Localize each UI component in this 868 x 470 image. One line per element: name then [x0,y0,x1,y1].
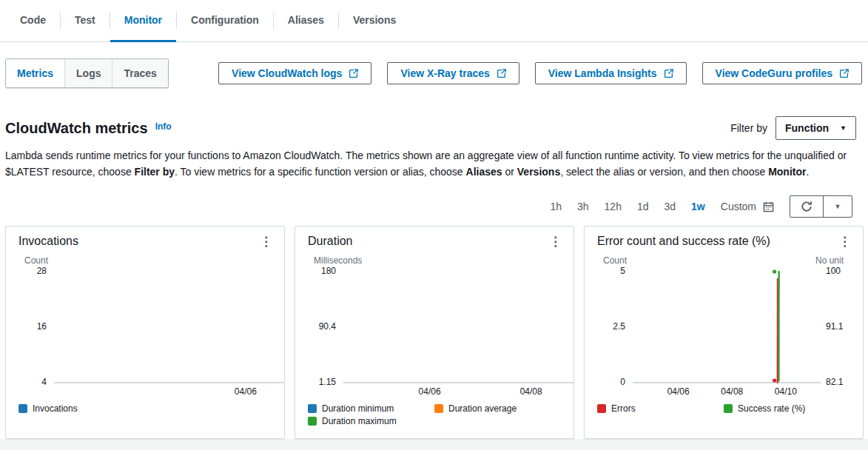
refresh-options-dropdown-button[interactable]: ▼ [823,195,852,218]
monitor-subheader: MetricsLogsTraces View CloudWatch logsVi… [5,58,862,88]
chart-title: Duration [308,235,352,248]
legend-item-duration-average[interactable]: Duration average [434,402,561,414]
chart-card-error-count-and-success-rate: Error count and success rate (%)⋮CountNo… [584,226,864,439]
description-bold-term: Aliases [466,166,502,178]
legend-color-swatch [597,404,606,413]
button-label: View X-Ray traces [400,67,489,79]
description-text: Lambda sends runtime metrics for your fu… [5,147,849,180]
legend-label: Duration minimum [322,403,394,414]
metrics-header: CloudWatch metrics Info Filter by Functi… [5,116,856,140]
page-title: CloudWatch metrics [5,120,148,137]
description-segment: or [502,166,517,178]
tab-versions[interactable]: Versions [339,0,410,42]
y-tick-label: 28 [13,266,47,276]
tab-configuration[interactable]: Configuration [177,0,273,42]
x-tick-label: 04/06 [222,386,269,397]
y-tick-label: 5 [591,266,625,276]
time-range-bar: 1h3h12h1d3d1w Custom ▼ [5,195,852,218]
subtab-traces[interactable]: Traces [112,59,167,87]
time-range-1w[interactable]: 1w [691,201,705,212]
subtab-metrics[interactable]: Metrics [6,59,65,87]
filter-group: Filter by Function ▼ [730,116,856,140]
refresh-button[interactable] [790,195,824,218]
sub-tabs: MetricsLogsTraces [5,58,169,88]
view-x-ray-traces-button[interactable]: View X-Ray traces [387,62,519,84]
chart-plot: 2816404/0604/0804/10 [13,261,277,399]
view-cloudwatch-logs-button[interactable]: View CloudWatch logs [218,62,371,84]
description-bold-term: Filter by [135,166,175,178]
description-bold-term: Versions [517,166,560,178]
time-range-1h[interactable]: 1h [550,201,562,212]
right-y-tick-label: 100 [826,266,841,276]
right-y-tick-label: 91.1 [826,321,843,332]
y-axis-label: Milliseconds [314,255,362,261]
external-action-buttons: View CloudWatch logsView X-Ray tracesVie… [218,62,862,84]
legend-item-duration-maximum[interactable]: Duration maximum [308,414,434,427]
legend-item-success-rate[interactable]: Success rate (%) [724,402,850,414]
chart-title: Error count and success rate (%) [597,235,770,248]
info-link[interactable]: Info [155,121,172,132]
x-tick-label: 04/06 [406,386,454,397]
x-tick-label: 04/10 [762,386,810,397]
chart-canvas [13,261,285,399]
y-tick-label: 180 [302,266,336,276]
tab-monitor[interactable]: Monitor [110,0,176,42]
legend-label: Duration maximum [322,416,397,426]
refresh-icon [801,201,813,212]
external-link-icon [497,69,506,78]
y-axis-label: Count [603,255,627,261]
legend-color-swatch [724,404,733,413]
time-range-3h[interactable]: 3h [577,201,589,212]
time-range-3d[interactable]: 3d [665,201,676,212]
subtab-logs[interactable]: Logs [65,59,112,87]
x-tick-label: 04/08 [508,386,555,397]
description-segment: . To view metrics for a specific functio… [175,166,465,178]
x-tick-label: 04/06 [655,386,702,397]
legend-color-swatch [308,417,317,426]
main-tabs: CodeTestMonitorConfigurationAliasesVersi… [0,0,868,42]
description-segment: , select the alias or version, and then … [560,166,768,178]
external-link-icon [349,69,358,78]
time-range-12h[interactable]: 12h [605,201,622,212]
time-range-1d[interactable]: 1d [637,201,649,212]
button-label: View CloudWatch logs [232,67,342,79]
tab-code[interactable]: Code [6,0,60,42]
chart-canvas [302,261,574,399]
filter-dropdown-value: Function [785,122,829,134]
chart-plot: 52.5010091.182.104/0604/0804/10 [591,261,856,399]
chart-plot: 18090.41.1504/0604/0804/10 [302,261,567,399]
view-lambda-insights-button[interactable]: View Lambda Insights [535,62,687,84]
page-background-band [0,439,868,450]
external-link-icon [839,69,849,78]
x-tick-label: 04/08 [708,386,756,397]
legend-label: Invocations [33,403,78,414]
legend-item-duration-minimum[interactable]: Duration minimum [308,402,434,414]
refresh-button-group: ▼ [790,195,852,218]
custom-range-button[interactable]: Custom [721,201,774,212]
view-codeguru-profiles-button[interactable]: View CodeGuru profiles [702,62,862,84]
button-label: View CodeGuru profiles [716,67,832,79]
y-axis-label: Count [24,255,48,261]
time-range-links: 1h3h12h1d3d1w [550,201,704,212]
kebab-menu-icon[interactable]: ⋮ [834,235,855,249]
chart-legend: Invocations [6,399,284,414]
legend-label: Errors [611,403,636,414]
filter-dropdown[interactable]: Function ▼ [776,116,856,140]
legend-item-invocations[interactable]: Invocations [18,402,145,414]
y-tick-label: 16 [13,321,47,332]
y-tick-label: 90.4 [302,321,336,332]
caret-down-icon: ▼ [835,203,841,210]
kebab-menu-icon[interactable]: ⋮ [545,235,566,249]
filter-by-label: Filter by [730,122,767,134]
y-tick-label: 0 [591,377,625,387]
tab-test[interactable]: Test [61,0,110,42]
description-segment: . [806,166,809,178]
kebab-menu-icon[interactable]: ⋮ [255,235,277,249]
tab-aliases[interactable]: Aliases [274,0,338,42]
legend-item-errors[interactable]: Errors [597,402,724,414]
legend-color-swatch [308,404,317,413]
button-label: View Lambda Insights [548,67,657,79]
description-bold-term: Monitor [768,166,806,178]
legend-label: Success rate (%) [738,403,805,414]
chart-title: Invocations [18,235,78,248]
